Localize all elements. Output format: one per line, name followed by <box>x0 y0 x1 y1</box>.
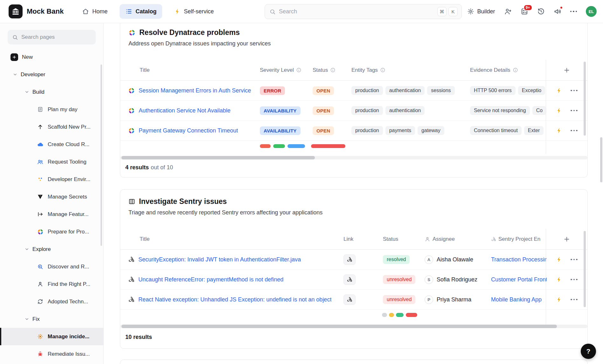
section-build[interactable]: Build <box>0 83 103 101</box>
tasks-button[interactable]: 9+ <box>521 8 528 15</box>
row-title-link[interactable]: React Native exception: Unhandled JS Exc… <box>138 296 331 303</box>
bank-logo-icon <box>9 4 23 18</box>
history-button[interactable] <box>537 8 545 15</box>
sidebar-item-create-cloud[interactable]: Create Cloud R... <box>0 136 103 153</box>
section-fix[interactable]: Fix <box>0 310 103 328</box>
page-scrollbar[interactable] <box>600 137 602 182</box>
nav-catalog[interactable]: Catalog <box>120 4 162 19</box>
topbar: Mock Bank Home Catalog Self-service ⌘ K … <box>0 0 603 23</box>
sentry-link-button[interactable] <box>343 294 356 305</box>
row-menu-button[interactable] <box>571 110 578 111</box>
sidebar-item-manage-features[interactable]: Manage Featur... <box>0 206 103 223</box>
bolt-icon <box>556 276 562 283</box>
sidebar-item-discover[interactable]: Discover and R... <box>0 258 103 275</box>
assignee-avatar: P <box>425 295 433 304</box>
horizontal-scrollbar <box>120 156 587 159</box>
row-title-link[interactable]: SecurityException: Invalid JWT token in … <box>138 256 301 263</box>
run-action-button[interactable] <box>556 256 562 263</box>
builder-button[interactable]: Builder <box>467 8 495 15</box>
cloud-icon <box>37 141 44 148</box>
clipped-row-preview <box>120 310 587 325</box>
sidebar-item-adopted-tech[interactable]: Adopted Techn... <box>0 293 103 310</box>
more-button[interactable] <box>570 11 577 12</box>
nav-self-service[interactable]: Self-service <box>170 4 218 19</box>
run-action-button[interactable] <box>556 107 562 114</box>
run-action-button[interactable] <box>556 127 562 134</box>
sidebar-scrollbar[interactable] <box>100 64 102 246</box>
entity-tag: gateway <box>418 126 444 135</box>
column-header-status: Status <box>383 236 425 242</box>
table-row: Session Management Errors in Auth Servic… <box>120 81 587 101</box>
sidebar-search-input[interactable] <box>21 34 91 40</box>
sentry-icon <box>128 296 135 303</box>
person-icon <box>425 236 430 242</box>
info-icon[interactable] <box>513 67 518 73</box>
section-explore[interactable]: Explore <box>0 240 103 258</box>
search-input[interactable] <box>279 8 434 15</box>
entity-tag: production <box>351 86 383 95</box>
project-link[interactable]: Mobile Banking App <box>491 296 542 303</box>
run-action-button[interactable] <box>556 87 562 94</box>
table-row: Payment Gateway Connection Timeout AVAIL… <box>120 121 587 141</box>
info-icon[interactable] <box>330 67 336 73</box>
dots-icon <box>37 176 44 182</box>
row-menu-button[interactable] <box>571 259 578 260</box>
ellipsis-icon <box>571 299 578 300</box>
row-title-link[interactable]: Authentication Service Not Available <box>139 107 231 114</box>
sidebar-item-scaffold[interactable]: Scaffold New Pr... <box>0 118 103 136</box>
row-title-link[interactable]: Uncaught ReferenceError: paymentMethod i… <box>138 276 283 283</box>
section-developer[interactable]: Developer <box>0 66 103 83</box>
invite-button[interactable] <box>504 8 512 15</box>
clipped-badge <box>311 144 345 148</box>
add-column-button[interactable] <box>563 236 570 243</box>
brand[interactable]: Mock Bank <box>9 4 64 18</box>
sidebar-item-find-person[interactable]: Find the Right P... <box>0 275 103 293</box>
sidebar-item-label: Developer Envir... <box>48 176 90 183</box>
sidebar-item-manage-incidents[interactable]: Manage incide... <box>0 328 103 345</box>
results-total: out of 10 <box>151 164 173 171</box>
project-link[interactable]: Customer Portal Front <box>491 276 547 283</box>
run-action-button[interactable] <box>556 296 562 303</box>
nav-home[interactable]: Home <box>78 4 112 19</box>
search-icon <box>12 34 18 40</box>
vertical-scrollbar[interactable] <box>584 231 586 307</box>
info-icon[interactable] <box>380 67 385 73</box>
sentry-link-button[interactable] <box>343 274 356 285</box>
announcements-button[interactable] <box>554 8 561 15</box>
add-column-button[interactable] <box>563 67 570 74</box>
arrow-up-icon <box>37 124 44 130</box>
chevron-down-icon <box>13 72 17 77</box>
sentry-icon <box>128 256 135 263</box>
bolt-icon <box>556 127 562 134</box>
table-icon <box>128 198 135 205</box>
row-menu-button[interactable] <box>571 130 578 131</box>
info-icon[interactable] <box>296 67 302 73</box>
sidebar-item-prepare-production[interactable]: Prepare for Pro... <box>0 223 103 240</box>
column-header-status: Status <box>313 67 328 73</box>
new-button[interactable]: New <box>0 48 103 66</box>
row-menu-button[interactable] <box>571 279 578 280</box>
sidebar-item-plan-my-day[interactable]: Plan my day <box>0 101 103 118</box>
section-build-label: Build <box>32 89 45 95</box>
sidebar-item-remediate-issues[interactable]: Remediate Issu... <box>0 345 103 363</box>
help-button[interactable]: ? <box>581 344 596 359</box>
row-title-link[interactable]: Payment Gateway Connection Timeout <box>139 127 238 134</box>
row-menu-button[interactable] <box>571 299 578 300</box>
project-link[interactable]: Transaction Processin <box>491 256 547 263</box>
row-menu-button[interactable] <box>571 90 578 91</box>
horizontal-scrollbar-thumb[interactable] <box>121 156 315 159</box>
run-action-button[interactable] <box>556 276 562 283</box>
horizontal-scrollbar-thumb[interactable] <box>121 325 557 328</box>
sidebar-item-request-tooling[interactable]: Request Tooling <box>0 153 103 171</box>
sentry-link-button[interactable] <box>343 254 356 265</box>
row-title-link[interactable]: Session Management Errors in Auth Servic… <box>139 87 251 94</box>
sidebar-item-label: Plan my day <box>48 106 78 113</box>
entity-tag: production <box>351 126 383 135</box>
avatar[interactable]: EL <box>586 6 597 17</box>
vertical-scrollbar[interactable] <box>584 62 586 136</box>
search-shortcut: ⌘ K <box>437 7 458 16</box>
search-icon <box>269 9 276 15</box>
sidebar-item-manage-secrets[interactable]: Manage Secrets <box>0 188 103 206</box>
sidebar-item-developer-env[interactable]: Developer Envir... <box>0 171 103 188</box>
top-navigation: Home Catalog Self-service <box>78 4 218 19</box>
